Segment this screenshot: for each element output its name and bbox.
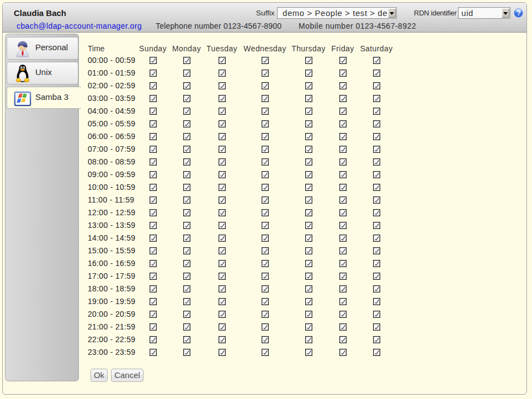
svg-text:?: ?: [517, 9, 521, 17]
